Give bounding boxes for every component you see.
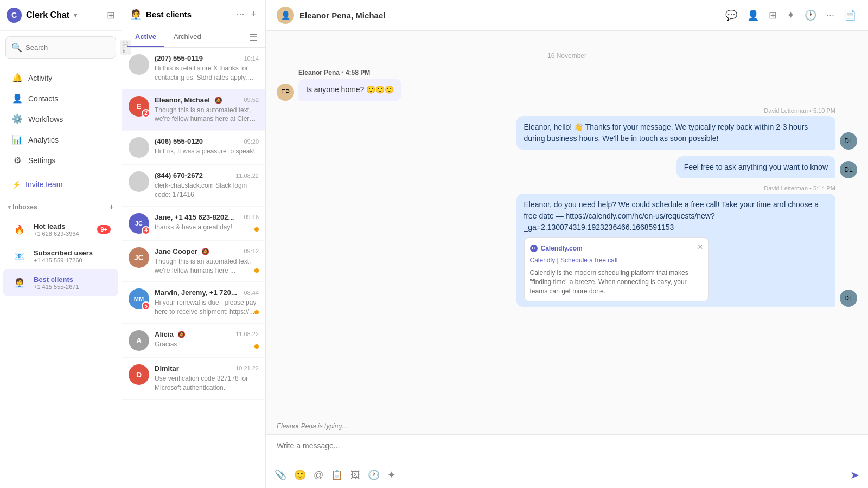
sidebar-item-analytics[interactable]: 📊 Analytics: [3, 130, 118, 150]
conv-add-button[interactable]: +: [250, 8, 258, 21]
mention-btn[interactable]: @: [314, 470, 323, 481]
conv-time-c1: 10:14: [244, 55, 259, 62]
conv-time-c5: 09:16: [244, 214, 259, 220]
link-preview-site-name: Calendly.com: [541, 243, 583, 253]
msg-sender-m2: David Letterman • 5:10 PM: [764, 107, 835, 114]
invite-label: Invite team: [25, 180, 62, 189]
msg-group-m2: David Letterman • 5:10 PM Eleanor, hello…: [516, 107, 836, 150]
chat-ai-icon-btn[interactable]: ✦: [786, 8, 796, 22]
invite-icon: ⚡: [12, 180, 21, 189]
tab-active[interactable]: Active: [127, 27, 164, 47]
invite-team-button[interactable]: ⚡ Invite team: [3, 175, 118, 194]
activity-icon: 🔔: [12, 73, 23, 83]
send-button[interactable]: ➤: [850, 468, 859, 481]
app-logo[interactable]: C Clerk Chat ▾: [7, 8, 77, 23]
conversation-panel: 🧑‍💼 Best clients ··· + Active Archived ☰…: [122, 0, 266, 488]
ai-btn[interactable]: ✦: [387, 469, 395, 481]
schedule-btn[interactable]: 🕐: [368, 469, 380, 481]
chat-header-left: 👤 Eleanor Pena, Michael: [277, 7, 385, 24]
msg-sender-m4: David Letterman • 5:14 PM: [764, 185, 835, 191]
conv-avatar-c1: [129, 54, 149, 75]
conv-item-c5[interactable]: JC 4 Jane, +1 415 623-8202... 09:16 than…: [122, 207, 265, 241]
msg-bubble-m3: Feel free to ask anything you want to kn…: [676, 156, 835, 178]
chat-contact-avatar: 👤: [277, 7, 294, 24]
sidebar-header: C Clerk Chat ▾ ⊞: [0, 0, 122, 31]
media-btn[interactable]: 🖼: [350, 470, 360, 481]
chat-more-icon-btn[interactable]: ···: [825, 9, 835, 22]
conv-dot-c7: [254, 310, 259, 314]
msg-avatar-m2: DL: [840, 132, 857, 150]
emoji-btn[interactable]: 🙂: [294, 469, 306, 481]
search-input[interactable]: [25, 43, 117, 52]
conv-name-c3: (406) 555-0120: [155, 137, 203, 145]
tab-menu-icon[interactable]: ☰: [247, 29, 260, 46]
chat-header: 👤 Eleanor Pena, Michael 💬 👤 ⊞ ✦ 🕐 ··· 📄: [266, 0, 868, 31]
search-box[interactable]: 🔍 ⌘ k: [5, 36, 116, 59]
message-input[interactable]: [277, 441, 857, 459]
conv-preview-c5: thanks & have a great day!: [155, 223, 259, 232]
conv-name-c4: (844) 670-2672: [155, 171, 203, 179]
link-preview-site: C Calendly.com: [530, 243, 703, 253]
chat-grid-icon-btn[interactable]: ⊞: [768, 8, 778, 22]
nav-analytics-label: Analytics: [28, 136, 59, 144]
grid-icon[interactable]: ⊞: [107, 9, 115, 21]
subscribed-users-name: Subscribed users: [34, 249, 111, 257]
sidebar-item-activity[interactable]: 🔔 Activity: [3, 68, 118, 88]
tab-archived[interactable]: Archived: [166, 27, 209, 47]
inboxes-add-button[interactable]: +: [109, 202, 114, 212]
date-divider: 16 November: [277, 50, 857, 60]
chat-header-actions: 💬 👤 ⊞ ✦ 🕐 ··· 📄: [724, 8, 857, 22]
logo-chevron: ▾: [74, 11, 77, 19]
conv-time-c8: 11.08.22: [235, 331, 259, 337]
conv-body-c2: Eleanor, Michael 🔕 09:52 Though this is …: [155, 96, 259, 124]
conv-item-c2[interactable]: E 2 Eleanor, Michael 🔕 09:52 Though this…: [122, 89, 265, 131]
conv-panel-header: 🧑‍💼 Best clients ··· +: [122, 0, 265, 27]
conv-time-c6: 09:12: [244, 248, 259, 254]
link-preview-close-btn[interactable]: ✕: [697, 241, 704, 253]
chat-panel: 👤 Eleanor Pena, Michael 💬 👤 ⊞ ✦ 🕐 ··· 📄 …: [266, 0, 868, 488]
conv-item-c3[interactable]: (406) 555-0120 09:20 Hi Erik, It was a p…: [122, 131, 265, 165]
best-clients-avatar: 🧑‍💼: [11, 274, 28, 291]
typing-indicator: Eleanor Pena is typing...: [266, 418, 868, 434]
sidebar-item-settings[interactable]: ⚙ Settings: [3, 150, 118, 170]
conv-name-c9: Dimitar: [155, 364, 179, 373]
conv-item-c9[interactable]: D Dimitar 10.21.22 Use verification code…: [122, 358, 265, 400]
hot-leads-info: Hot leads +1 628 629-3964: [34, 222, 92, 237]
chat-input-box: [266, 435, 868, 465]
sidebar-item-contacts[interactable]: 👤 Contacts: [3, 88, 118, 108]
attach-btn[interactable]: 📎: [275, 469, 286, 481]
conv-preview-c3: Hi Erik, It was a pleasure to speak!: [155, 147, 259, 156]
inbox-item-hot-leads[interactable]: 🔥 Hot leads +1 628 629-3964 9+: [3, 216, 118, 242]
inbox-item-best-clients[interactable]: 🧑‍💼 Best clients +1 415 555-2671: [3, 269, 118, 296]
conv-name-c5: Jane, +1 415 623-8202...: [155, 213, 234, 221]
chat-user-icon-btn[interactable]: 👤: [746, 8, 760, 22]
inbox-item-subscribed-users[interactable]: 📧 Subscribed users +1 415 559-17260: [3, 243, 118, 269]
conv-dot-c8: [254, 344, 259, 349]
conv-item-c1[interactable]: (207) 555-0119 10:14 Hi this is retail s…: [122, 48, 265, 89]
chat-doc-icon-btn[interactable]: 📄: [843, 8, 857, 22]
conv-time-c7: 08:44: [244, 290, 259, 296]
conv-mute-c8: 🔕: [177, 331, 186, 338]
conv-item-c4[interactable]: (844) 670-2672 11.08.22 clerk-chat.slack…: [122, 165, 265, 207]
conv-item-c6[interactable]: JC Jane Cooper 🔕 09:12 Though this is an…: [122, 241, 265, 282]
conv-avatar-c4: [129, 171, 149, 192]
link-preview-links[interactable]: Calendly | Schedule a free call: [530, 255, 703, 265]
conv-avatar-c8: A: [129, 330, 149, 351]
chat-toolbar: 📎 🙂 @ 📋 🖼 🕐 ✦ ➤: [266, 465, 868, 488]
conv-more-button[interactable]: ···: [235, 8, 245, 21]
conv-avatar-c9: D: [129, 364, 149, 385]
sidebar-item-workflows[interactable]: ⚙️ Workflows: [3, 109, 118, 129]
conv-preview-c4: clerk-chat.slack.com Slack login code: 1…: [155, 181, 259, 200]
conv-item-c8[interactable]: A Alicia 🔕 11.08.22 Gracias !: [122, 324, 265, 358]
conv-item-c7[interactable]: MM 5 Marvin, Jeremy, +1 720... 08:44 Hi …: [122, 282, 265, 324]
conv-preview-c9: Use verification code 327178 for Microso…: [155, 374, 259, 393]
contacts-icon: 👤: [12, 93, 23, 104]
conv-avatar-c5: JC 4: [129, 213, 149, 234]
conv-body-c6: Jane Cooper 🔕 09:12 Though this is an au…: [155, 247, 259, 275]
chat-msg-icon-btn[interactable]: 💬: [724, 8, 738, 22]
template-btn[interactable]: 📋: [331, 469, 343, 481]
date-divider-text: 16 November: [542, 52, 592, 60]
nav-settings-label: Settings: [28, 156, 56, 165]
link-preview: ✕ C Calendly.com Calendly | Schedule a f…: [524, 237, 709, 301]
chat-clock-icon-btn[interactable]: 🕐: [803, 8, 818, 22]
